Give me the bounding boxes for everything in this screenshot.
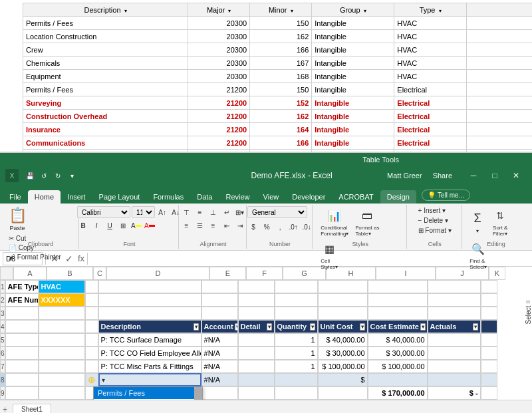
- sheet-tab-1[interactable]: Sheet1: [13, 404, 51, 413]
- cell-b8[interactable]: [39, 373, 85, 386]
- cell-k7[interactable]: [481, 360, 497, 373]
- table-cell[interactable]: Electrical: [394, 96, 467, 110]
- insert-cells-btn[interactable]: + Insert ▾: [416, 206, 448, 215]
- cell-d3[interactable]: [98, 307, 201, 320]
- cell-d2[interactable]: [98, 293, 201, 307]
- maximize-button[interactable]: □: [484, 166, 505, 185]
- unitcost-filter-btn[interactable]: ▾: [360, 323, 365, 331]
- cell-g4-qty-header[interactable]: Quantity ▾: [275, 320, 318, 333]
- tab-insert[interactable]: Insert: [61, 190, 92, 204]
- cell-i6[interactable]: $ 30,000.00: [368, 346, 428, 360]
- cell-e4-acct-header[interactable]: Account ▾: [201, 320, 238, 333]
- table-cell[interactable]: 164: [250, 123, 312, 136]
- fill-color-button[interactable]: A: [130, 219, 142, 231]
- cell-i7[interactable]: $ 100,000.00: [368, 360, 428, 373]
- table-cell[interactable]: 20300: [188, 57, 250, 70]
- cell-e1[interactable]: [201, 280, 238, 293]
- cell-c4[interactable]: [85, 320, 98, 333]
- table-cell[interactable]: Intangible: [312, 110, 394, 123]
- cell-g8[interactable]: [275, 373, 318, 386]
- cell-i1[interactable]: [368, 280, 428, 293]
- wrap-text-btn[interactable]: ↵: [221, 206, 233, 218]
- desc-filter-btn[interactable]: ▾: [194, 323, 199, 331]
- table-cell[interactable]: [466, 83, 532, 96]
- table-cell[interactable]: Intangible: [312, 70, 394, 83]
- dropdown-scrollbar[interactable]: [194, 387, 202, 400]
- cell-c2[interactable]: [85, 293, 98, 307]
- format-painter-button[interactable]: 🖌 Format Painter: [7, 253, 63, 261]
- align-center-btn[interactable]: ☰: [194, 219, 206, 231]
- cell-a8[interactable]: [5, 373, 39, 386]
- table-cell[interactable]: Electrical: [394, 136, 467, 150]
- currency-btn[interactable]: $: [247, 221, 259, 233]
- cell-j3[interactable]: [428, 307, 481, 320]
- table-cell[interactable]: [466, 17, 532, 30]
- table-cell[interactable]: Electrical: [394, 83, 467, 96]
- cell-d6[interactable]: P: TCC CO Field Employee Alloc: [98, 346, 201, 360]
- table-cell[interactable]: [466, 136, 532, 150]
- cell-h5[interactable]: $ 40,000.00: [318, 333, 368, 346]
- cell-h7[interactable]: $ 100,000.00: [318, 360, 368, 373]
- cell-j9[interactable]: $ -: [428, 386, 481, 400]
- number-format-select[interactable]: General: [247, 206, 307, 218]
- cell-h6[interactable]: $ 30,000.00: [318, 346, 368, 360]
- cell-c1[interactable]: [85, 280, 98, 293]
- customize-quick-btn[interactable]: ▾: [66, 170, 78, 182]
- cell-e5[interactable]: #N/A: [201, 333, 238, 346]
- cell-c5[interactable]: [85, 333, 98, 346]
- table-cell[interactable]: 166: [250, 43, 312, 57]
- cell-a2[interactable]: AFE Number: [5, 293, 39, 307]
- cell-a6[interactable]: [5, 346, 39, 360]
- align-middle-btn[interactable]: ≡: [194, 206, 206, 218]
- table-cell[interactable]: 21200: [188, 83, 250, 96]
- cell-k5[interactable]: [481, 333, 497, 346]
- cell-f7[interactable]: [238, 360, 275, 373]
- formula-input[interactable]: [90, 252, 529, 265]
- cell-g1[interactable]: [275, 280, 318, 293]
- percent-btn[interactable]: %: [261, 221, 273, 233]
- cell-g9[interactable]: [275, 386, 318, 400]
- tab-design[interactable]: Design: [380, 190, 416, 204]
- table-cell[interactable]: HVAC: [394, 70, 467, 83]
- cell-h4-unitcost-header[interactable]: Unit Cost ▾: [318, 320, 368, 333]
- table-cell[interactable]: 162: [250, 30, 312, 43]
- table-cell[interactable]: 20300: [188, 43, 250, 57]
- table-cell[interactable]: Crew: [23, 43, 188, 57]
- cell-j8[interactable]: [428, 373, 481, 386]
- cell-d1[interactable]: [98, 280, 201, 293]
- table-cell[interactable]: 168: [250, 70, 312, 83]
- tell-me-input[interactable]: 💡 Tell me...: [422, 190, 470, 201]
- table-cell[interactable]: Intangible: [312, 136, 394, 150]
- table-cell[interactable]: 21200: [188, 96, 250, 110]
- table-cell[interactable]: 20300: [188, 30, 250, 43]
- dropdown-arrow-d8[interactable]: ▾: [102, 376, 105, 384]
- table-cell[interactable]: Permits / Fees: [23, 17, 188, 30]
- table-cell[interactable]: 166: [250, 136, 312, 150]
- costest-filter-btn[interactable]: ▾: [420, 323, 426, 331]
- cell-h9[interactable]: [318, 386, 368, 400]
- cell-a3[interactable]: [5, 307, 39, 320]
- table-cell[interactable]: HVAC: [394, 17, 467, 30]
- increase-decimal-btn[interactable]: .0↑: [287, 221, 299, 233]
- cell-j5[interactable]: [428, 333, 481, 346]
- autosum-btn[interactable]: Σ ▾: [467, 209, 488, 235]
- cell-i2[interactable]: [368, 293, 428, 307]
- cell-d7[interactable]: P: TCC Misc Parts & Fittings: [98, 360, 201, 373]
- table-cell[interactable]: 21200: [188, 110, 250, 123]
- table-cell[interactable]: 20300: [188, 70, 250, 83]
- cell-b3[interactable]: [39, 307, 85, 320]
- cell-k1[interactable]: [481, 280, 497, 293]
- dd-item-1[interactable]: Location Construction: [94, 399, 202, 400]
- cell-i4-costest-header[interactable]: Cost Estimate ▾: [368, 320, 428, 333]
- dropdown-scroll-thumb[interactable]: [194, 387, 202, 400]
- cell-c6[interactable]: [85, 346, 98, 360]
- format-as-table-btn[interactable]: 🗃 Format asTable▾: [352, 206, 382, 238]
- table-cell[interactable]: Electrical: [394, 123, 467, 136]
- cell-f4-detail-header[interactable]: Detail ▾: [238, 320, 275, 333]
- table-cell[interactable]: HVAC: [394, 57, 467, 70]
- underline-button[interactable]: U: [104, 219, 116, 231]
- cell-f2[interactable]: [238, 293, 275, 307]
- cell-j1[interactable]: [428, 280, 481, 293]
- cell-g6[interactable]: 1: [275, 346, 318, 360]
- merge-btn[interactable]: ⊞▾: [234, 206, 246, 218]
